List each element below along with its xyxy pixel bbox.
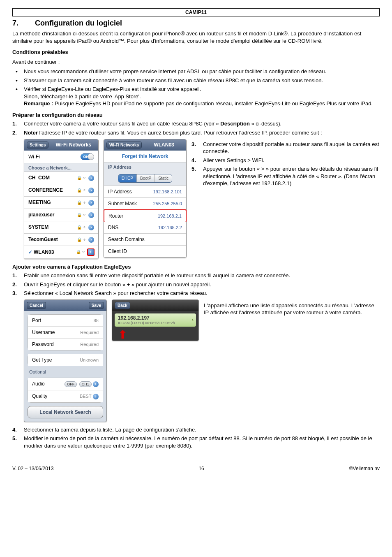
placeholder: Required <box>80 342 99 347</box>
quality-row[interactable]: Quality BEST › <box>28 390 103 402</box>
disclosure-icon[interactable]: › <box>88 212 94 218</box>
text: » ci-dessus). <box>250 121 281 127</box>
prepare-step: Noter l'adresse IP de votre routeur sans… <box>12 129 380 137</box>
value: 192.168.2.2 <box>158 225 182 230</box>
section-number: 7. <box>12 19 33 28</box>
navbar-title: Wi-Fi Networks <box>51 142 96 148</box>
eagle-screenshots-row: Cancel Save Port 88 Username Required Pa… <box>24 299 380 422</box>
lock-wifi-icon: 🔒 ᯤ <box>77 237 87 242</box>
placeholder: Required <box>80 330 99 335</box>
optional-card: Audio OFF CH1 › Quality BEST › <box>28 378 103 403</box>
prereq-lead: Avant de continuer : <box>12 58 380 66</box>
substep: Appuyer sur le bouton « > » pour entrer … <box>191 165 380 187</box>
network-name: CH_COM <box>28 175 50 181</box>
lock-wifi-icon: 🔒 ᯤ <box>77 188 87 193</box>
choose-network-header: Choose a Network... <box>24 163 98 172</box>
remark-label: Remarque : <box>24 100 53 107</box>
eagle-step: Sélectionner la caméra depuis la liste. … <box>12 426 380 434</box>
gettype-row[interactable]: Get Type Unknown <box>28 354 103 366</box>
tab-bootp[interactable]: BootP <box>137 174 155 182</box>
save-button[interactable]: Save <box>89 302 104 309</box>
label: Subnet Mask <box>108 201 137 207</box>
prereq-item: S'assurer que la camera soit connectée à… <box>12 77 380 84</box>
wifi-label: Wi-Fi <box>28 154 40 160</box>
wifi-substeps: Connecter votre dispositif portable au r… <box>191 139 380 189</box>
label: Port <box>32 318 41 323</box>
wifi-toggle-row[interactable]: Wi-Fi ON <box>24 151 98 163</box>
port-row[interactable]: Port 88 <box>28 315 103 327</box>
form-card: Port 88 Username Required Password Requi… <box>28 314 103 350</box>
password-row[interactable]: Password Required <box>28 339 103 350</box>
optional-label: Optional <box>24 369 106 374</box>
value: 88 <box>94 318 99 323</box>
label: IP Address <box>108 189 132 195</box>
disclosure-icon[interactable]: › <box>88 175 94 181</box>
device-ip: 192.168.2.197 <box>118 315 189 321</box>
arrow-up-icon: ⬆ <box>118 329 198 341</box>
value: Unknown <box>80 357 99 362</box>
prereq-item: Vérifier si EagleEyes-Lite ou EagleEyes-… <box>12 86 380 107</box>
eagle-aside: L'appareil affichera une liste d'apparei… <box>204 299 380 319</box>
wifi-list-screenshot: Settings Wi-Fi Networks Wi-Fi ON Choose … <box>24 139 99 259</box>
back-button[interactable]: Back <box>115 302 130 309</box>
router-row: Router 192.168.2.1 <box>104 209 187 222</box>
eagle-steps-cont: Sélectionner la caméra depuis la liste. … <box>12 426 380 450</box>
back-button[interactable]: Settings <box>27 142 48 149</box>
footer-page: 16 <box>198 466 204 471</box>
footer-left: V. 02 – 13/06/2013 <box>12 466 53 471</box>
network-row[interactable]: CONFERENCE 🔒 ᯤ › <box>24 184 98 197</box>
eagle-form-screenshot: Cancel Save Port 88 Username Required Pa… <box>24 299 107 422</box>
tab-dhcp[interactable]: DHCP <box>118 174 137 182</box>
back-button[interactable]: Wi-Fi Networks <box>106 142 142 149</box>
lock-wifi-icon: 🔒 ᯤ <box>76 250 86 254</box>
network-row[interactable]: planexuser 🔒 ᯤ › <box>24 209 98 221</box>
text: Description <box>220 121 250 127</box>
network-row[interactable]: CH_COM 🔒 ᯤ › <box>24 172 98 184</box>
navbar: Wi-Fi Networks WLAN03 <box>104 139 186 151</box>
lock-wifi-icon: 🔒 ᯤ <box>77 225 87 230</box>
eagle-step: Sélectionner « Local Network Search » po… <box>12 290 380 297</box>
local-network-search-button[interactable]: Local Network Search <box>28 406 103 418</box>
network-row-selected[interactable]: ✓WLAN03 🔒 ᯤ › <box>24 246 98 259</box>
doc-header: CAMIP11 <box>12 8 380 16</box>
ip-mode-tabs: DHCP BootP Static <box>104 171 186 186</box>
network-row[interactable]: TecomGuest 🔒 ᯤ › <box>24 234 98 246</box>
forget-network-button[interactable]: Forget this Network <box>104 151 186 162</box>
detail-row: Client ID <box>104 246 186 258</box>
disclosure-icon[interactable]: › <box>87 248 95 256</box>
tab-static[interactable]: Static <box>155 174 172 182</box>
network-name: CONFERENCE <box>28 187 63 193</box>
ip-address-header: IP Address <box>104 162 186 171</box>
prepare-steps: Connecter votre caméra à votre routeur s… <box>12 120 380 136</box>
intro-paragraph: La méthode d'installation ci-dessous déc… <box>12 30 380 44</box>
network-name: MEETING <box>28 200 51 205</box>
label: Audio <box>32 381 45 387</box>
disclosure-icon[interactable]: › <box>93 394 99 399</box>
cancel-button[interactable]: Cancel <box>27 302 46 309</box>
detail-row: IP Address 192.168.2.101 <box>104 186 186 198</box>
disclosure-icon[interactable]: › <box>88 225 94 230</box>
disclosure-icon[interactable]: › <box>88 237 94 243</box>
disclosure-icon[interactable]: › <box>88 200 94 206</box>
network-row[interactable]: SYSTEM 🔒 ᯤ › <box>24 221 98 234</box>
username-row[interactable]: Username Required <box>28 327 103 339</box>
device-mac: IPCAM (FIXED) 00:0e:53:1e:0e:2b <box>118 321 189 325</box>
eagle-heading: Ajouter votre camera à l'application Eag… <box>12 263 380 271</box>
prepare-heading: Préparer la configuration du réseau <box>12 111 380 119</box>
device-row[interactable]: 192.168.2.197 IPCAM (FIXED) 00:0e:53:1e:… <box>115 313 196 327</box>
wifi-toggle[interactable]: ON <box>81 153 95 160</box>
network-row[interactable]: MEETING 🔒 ᯤ › <box>24 197 98 209</box>
network-name: planexuser <box>28 212 54 218</box>
disclosure-icon[interactable]: › <box>93 381 99 387</box>
label: Username <box>32 330 55 335</box>
device-list-screenshot: Back 192.168.2.197 IPCAM (FIXED) 00:0e:5… <box>112 299 199 341</box>
label: Quality <box>32 393 47 399</box>
disclosure-icon[interactable]: › <box>88 188 94 193</box>
lock-wifi-icon: 🔒 ᯤ <box>77 200 87 205</box>
page-footer: V. 02 – 13/06/2013 16 ©Velleman nv <box>12 466 380 471</box>
section-heading: 7. Configuration du logiciel <box>12 19 380 28</box>
eagle-steps: Etablir une connexion sans fil entre vot… <box>12 272 380 297</box>
navbar-title: WLAN03 <box>144 142 184 148</box>
audio-row[interactable]: Audio OFF CH1 › <box>28 378 103 390</box>
text: Puisque EagleEyes HD pour iPad ne suppor… <box>55 100 373 107</box>
